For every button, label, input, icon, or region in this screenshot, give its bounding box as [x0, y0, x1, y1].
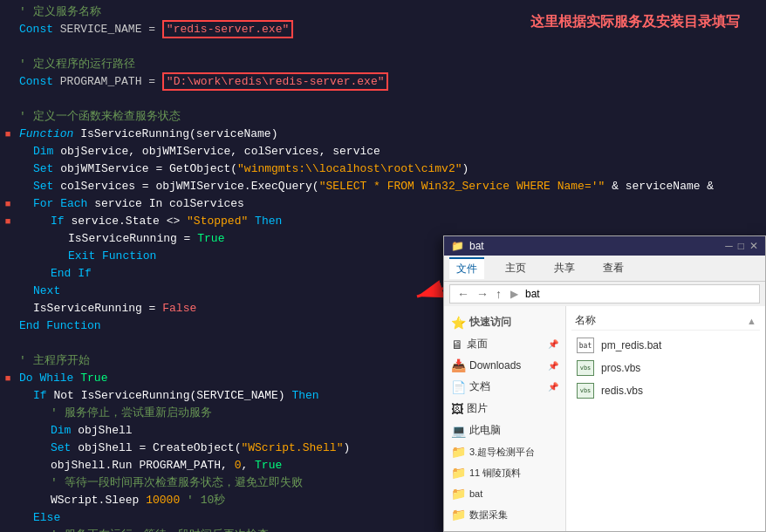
thispc-label: 此电脑 — [469, 423, 501, 438]
bat-file-icon: bat — [577, 338, 594, 353]
file-item-pm-redis[interactable]: bat pm_redis.bat — [571, 334, 760, 357]
code-line: ■ Function IsServiceRunning(serviceName) — [0, 126, 766, 143]
line-content: Const PROGRAM_PATH = "D:\work\redis\redi… — [16, 73, 766, 91]
code-line: Set objWMIService = GetObject("winmgmts:… — [0, 160, 766, 178]
sidebar-downloads[interactable]: 📥 Downloads 📌 — [444, 355, 565, 376]
folder-bat-label: bat — [469, 488, 482, 499]
line-content: Set colServices = objWMIService.ExecQuer… — [16, 178, 766, 195]
back-button[interactable]: ← — [455, 287, 471, 301]
sidebar-desktop[interactable]: 🖥 桌面 📌 — [444, 333, 565, 355]
line-content: Function IsServiceRunning(serviceName) — [16, 126, 766, 143]
sidebar-folder-2[interactable]: 📁 11 铜陵顶料 — [444, 462, 565, 483]
maximize-button[interactable]: □ — [738, 240, 744, 252]
line-content: Set objWMIService = GetObject("winmgmts:… — [16, 160, 766, 178]
downloads-folder-icon: 📥 — [451, 358, 466, 372]
sidebar-folder-bat[interactable]: 📁 bat — [444, 483, 565, 504]
path-separator: ▶ — [510, 288, 518, 300]
folder-yellow-icon-2: 📁 — [451, 466, 466, 480]
code-line — [0, 91, 766, 108]
line-content: ' 定义程序的运行路径 — [16, 56, 766, 73]
filename-redis-vbs: redis.vbs — [601, 385, 643, 397]
desktop-icon: 🖥 — [451, 338, 463, 351]
thispc-icon: 💻 — [451, 424, 466, 438]
line-content — [16, 38, 766, 56]
code-line: Set colServices = objWMIService.ExecQuer… — [0, 178, 766, 195]
code-line — [0, 38, 766, 56]
minimize-button[interactable]: ─ — [725, 240, 733, 252]
ribbon-tab-view[interactable]: 查看 — [596, 258, 631, 278]
line-gutter: ■ — [0, 126, 16, 143]
file-item-redis-vbs[interactable]: vbs redis.vbs — [571, 379, 760, 402]
explorer-content: 名称 ▲ bat pm_redis.bat vbs pros.vbs vbs — [566, 306, 765, 531]
sidebar-folder-1[interactable]: 📁 3.超导检测平台 — [444, 441, 565, 462]
line-content: ' 定义一个函数来检查服务状态 — [16, 108, 766, 126]
forward-button[interactable]: → — [475, 287, 490, 301]
address-bar[interactable]: ← → ↑ ▶ bat — [449, 284, 760, 304]
explorer-sidebar: ⭐ 快速访问 🖥 桌面 📌 📥 Downloads 📌 📄 文档 📌 🖼 图片 — [444, 306, 566, 531]
pictures-icon: 🖼 — [451, 402, 463, 416]
sort-arrow: ▲ — [747, 316, 756, 326]
folder-yellow-icon-bat: 📁 — [451, 487, 466, 501]
sidebar-thispc[interactable]: 💻 此电脑 — [444, 419, 565, 441]
folder-yellow-icon-data: 📁 — [451, 508, 466, 522]
code-line: ■ For Each service In colServices — [0, 195, 766, 213]
line-content: For Each service In colServices — [16, 195, 766, 213]
line-gutter: ■ — [0, 370, 16, 387]
sidebar-folder-data[interactable]: 📁 数据采集 — [444, 504, 565, 525]
ribbon: 文件 主页 共享 查看 — [444, 256, 765, 282]
pin-icon-downloads: 📌 — [548, 361, 558, 371]
documents-label: 文档 — [469, 379, 490, 394]
close-button[interactable]: ✕ — [749, 240, 758, 252]
quickaccess-label: 快速访问 — [469, 315, 511, 330]
pictures-label: 图片 — [467, 401, 488, 416]
code-line: Const PROGRAM_PATH = "D:\work\redis\redi… — [0, 73, 766, 91]
folder-icon-title: 📁 — [451, 240, 464, 252]
ribbon-tab-file[interactable]: 文件 — [449, 257, 484, 279]
folder-data-label: 数据采集 — [469, 508, 508, 522]
folder-yellow-icon-1: 📁 — [451, 445, 466, 459]
code-line: ■ If service.State <> "Stopped" Then — [0, 213, 766, 230]
up-button[interactable]: ↑ — [494, 287, 503, 301]
documents-icon: 📄 — [451, 380, 466, 394]
titlebar-title: 📁 bat — [451, 240, 484, 252]
folder-1-label: 3.超导检测平台 — [469, 446, 535, 459]
content-header: 名称 ▲ — [571, 311, 760, 331]
sidebar-documents[interactable]: 📄 文档 📌 — [444, 376, 565, 398]
line-gutter: ■ — [0, 213, 16, 230]
pin-icon: 📌 — [548, 339, 558, 349]
filename-pros-vbs: pros.vbs — [601, 362, 640, 374]
code-line: Dim objService, objWMIService, colServic… — [0, 143, 766, 160]
ribbon-tab-share[interactable]: 共享 — [547, 258, 582, 278]
file-explorer-titlebar: 📁 bat ─ □ ✕ — [444, 236, 765, 256]
code-line: ' 定义程序的运行路径 — [0, 56, 766, 73]
downloads-label: Downloads — [469, 359, 521, 372]
line-content — [16, 91, 766, 108]
explorer-main: ⭐ 快速访问 🖥 桌面 📌 📥 Downloads 📌 📄 文档 📌 🖼 图片 — [444, 306, 765, 531]
file-item-pros-vbs[interactable]: vbs pros.vbs — [571, 357, 760, 379]
annotation-text: 这里根据实际服务及安装目录填写 — [530, 13, 740, 31]
sidebar-quickaccess: ⭐ 快速访问 — [444, 311, 565, 333]
folder-2-label: 11 铜陵顶料 — [469, 467, 521, 480]
titlebar-text: bat — [469, 240, 484, 252]
address-path: bat — [525, 288, 540, 300]
line-content: Dim objService, objWMIService, colServic… — [16, 143, 766, 160]
line-content: If service.State <> "Stopped" Then — [16, 213, 766, 230]
ribbon-tab-home[interactable]: 主页 — [498, 258, 533, 278]
line-gutter: ■ — [0, 195, 16, 213]
name-column-header: 名称 — [575, 313, 596, 328]
window-controls: ─ □ ✕ — [725, 240, 758, 252]
sidebar-pictures[interactable]: 🖼 图片 — [444, 398, 565, 419]
star-icon: ⭐ — [451, 316, 466, 330]
filename-pm-redis: pm_redis.bat — [601, 339, 661, 351]
code-line: ' 定义一个函数来检查服务状态 — [0, 108, 766, 126]
file-explorer: 📁 bat ─ □ ✕ 文件 主页 共享 查看 ← → ↑ ▶ bat ⭐ 快速… — [443, 235, 766, 532]
pin-icon-docs: 📌 — [548, 382, 558, 392]
vbs-file-icon-pros: vbs — [577, 360, 594, 376]
desktop-label: 桌面 — [467, 337, 488, 351]
vbs-file-icon-redis: vbs — [577, 383, 594, 399]
